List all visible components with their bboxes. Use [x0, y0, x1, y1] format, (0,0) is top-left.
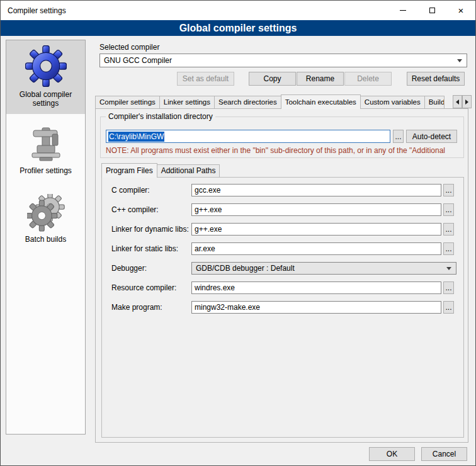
main-panel: Selected compiler GNU GCC Compiler Set a… [92, 40, 472, 444]
minimize-button[interactable] [388, 1, 417, 20]
sidebar-item-global-compiler-settings[interactable]: Global compiler settings [6, 40, 85, 114]
titlebar: Compiler settings × [1, 1, 475, 20]
tab-scroll-right-button[interactable] [462, 95, 472, 108]
selected-path-text: C:\raylib\MinGW [108, 132, 164, 142]
cpp-compiler-browse-button[interactable]: ... [443, 203, 454, 216]
tab-search-directories[interactable]: Search directories [214, 96, 281, 109]
window-title: Compiler settings [8, 6, 66, 15]
sidebar-item-batch-builds[interactable]: Batch builds [6, 189, 85, 250]
debugger-dropdown[interactable]: GDB/CDB debugger : Default [191, 262, 456, 275]
make-program-label: Make program: [111, 303, 162, 312]
blue-gear-icon [8, 45, 84, 87]
browse-directory-button[interactable]: ... [393, 130, 404, 143]
tab-linker-settings[interactable]: Linker settings [159, 96, 215, 109]
cpp-compiler-label: C++ compiler: [111, 205, 159, 214]
tab-program-files[interactable]: Program Files [101, 163, 157, 178]
selected-compiler-label: Selected compiler [99, 43, 159, 52]
installation-directory-groupbox: Compiler's installation directory C:\ray… [100, 116, 464, 158]
program-files-tab-bar: Program Files Additional Paths [101, 163, 219, 178]
delete-button: Delete [344, 72, 392, 86]
sidebar-item-label: Profiler settings [8, 166, 84, 175]
maximize-icon [429, 8, 435, 13]
copy-button[interactable]: Copy [249, 72, 296, 86]
close-button[interactable]: × [446, 1, 475, 20]
page-title: Global compiler settings [1, 20, 475, 36]
program-files-panel: C compiler: ... C++ compiler: ... Linker… [101, 177, 464, 438]
sidebar-item-profiler-settings[interactable]: Profiler settings [6, 122, 85, 181]
groupbox-label: Compiler's installation directory [106, 112, 215, 121]
linker-dynamic-input[interactable] [191, 223, 441, 236]
set-as-default-button: Set as default [177, 72, 234, 86]
resource-compiler-label: Resource compiler: [111, 283, 176, 292]
tab-scroll-left-button[interactable] [453, 95, 462, 108]
reset-defaults-button[interactable]: Reset defaults [407, 72, 465, 86]
resource-compiler-browse-button[interactable]: ... [443, 281, 454, 294]
c-compiler-label: C compiler: [111, 186, 150, 195]
maximize-button[interactable] [417, 1, 446, 20]
selected-compiler-dropdown[interactable]: GNU GCC Compiler [99, 54, 467, 67]
settings-category-sidebar: Global compiler settings Profiler settin… [6, 40, 86, 435]
selected-compiler-value: GNU GCC Compiler [104, 56, 172, 65]
cpp-compiler-input[interactable] [191, 203, 441, 216]
make-program-browse-button[interactable]: ... [443, 301, 454, 314]
c-compiler-browse-button[interactable]: ... [443, 184, 454, 196]
toolchain-executables-panel: Compiler's installation directory C:\ray… [95, 108, 468, 443]
sidebar-item-label: Global compiler settings [8, 90, 84, 108]
debugger-value: GDB/CDB debugger : Default [196, 264, 295, 273]
tab-compiler-settings[interactable]: Compiler settings [95, 96, 160, 109]
tab-custom-variables[interactable]: Custom variables [360, 96, 425, 109]
debugger-label: Debugger: [111, 264, 147, 273]
resource-compiler-input[interactable] [191, 281, 441, 294]
profiler-tool-icon [8, 127, 84, 163]
linker-static-label: Linker for static libs: [111, 244, 178, 253]
linker-dynamic-browse-button[interactable]: ... [443, 223, 454, 236]
arrow-right-icon [465, 99, 468, 105]
settings-tab-bar: Compiler settings Linker settings Search… [95, 94, 444, 109]
make-program-input[interactable] [191, 301, 441, 314]
installation-directory-input[interactable]: C:\raylib\MinGW [106, 130, 390, 143]
arrow-left-icon [456, 99, 459, 105]
tab-toolchain-executables[interactable]: Toolchain executables [281, 94, 361, 109]
window-controls: × [388, 1, 475, 20]
batch-builds-gears-icon [8, 194, 84, 232]
linker-static-browse-button[interactable]: ... [443, 242, 454, 255]
rename-button[interactable]: Rename [297, 72, 344, 86]
close-icon: × [458, 6, 464, 15]
compiler-settings-window: Compiler settings × Global compiler sett… [0, 0, 476, 466]
auto-detect-button[interactable]: Auto-detect [406, 130, 457, 143]
bin-subdirectory-note: NOTE: All programs must exist either in … [106, 146, 462, 155]
sidebar-item-label: Batch builds [8, 235, 84, 244]
tab-build-options[interactable]: Build options [424, 96, 445, 109]
tab-additional-paths[interactable]: Additional Paths [157, 164, 220, 178]
ok-button[interactable]: OK [369, 447, 415, 461]
chevron-down-icon [457, 59, 462, 62]
cancel-button[interactable]: Cancel [421, 447, 467, 461]
c-compiler-input[interactable] [191, 184, 441, 196]
minimize-icon [400, 10, 406, 11]
chevron-down-icon [446, 267, 451, 270]
linker-static-input[interactable] [191, 242, 441, 255]
linker-dynamic-label: Linker for dynamic libs: [111, 225, 189, 234]
